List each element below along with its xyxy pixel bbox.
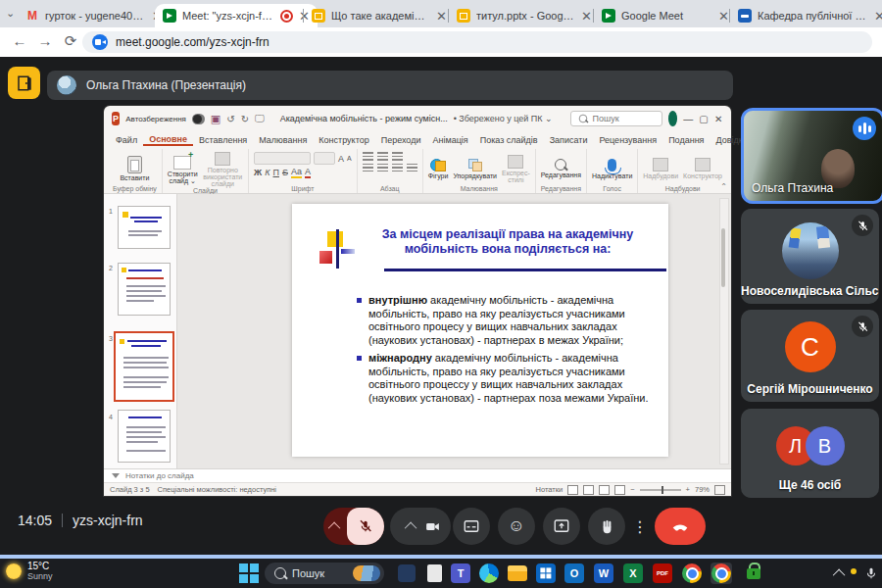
paste-button[interactable]: Вставити (120, 156, 149, 181)
tab-close-icon[interactable]: ✕ (436, 10, 447, 23)
align-center-icon[interactable] (377, 164, 388, 172)
slide-sorter-icon[interactable] (583, 485, 594, 495)
ribbon-tab-view[interactable]: Подання (662, 135, 710, 145)
tab-slides-doc[interactable]: Що таке академічна добр ✕ (304, 4, 455, 27)
ribbon-tab-slideshow[interactable]: Показ слайдів (474, 135, 544, 145)
ribbon-tab-home[interactable]: Основне (143, 134, 193, 146)
slideshow-view-icon[interactable] (614, 485, 625, 495)
ribbon-tab-animations[interactable]: Анімація (426, 135, 473, 145)
bullet-list-icon[interactable] (363, 152, 373, 161)
numbered-list-icon[interactable] (377, 152, 388, 161)
account-avatar[interactable] (668, 111, 677, 126)
slide-thumbnail-2[interactable] (118, 263, 171, 316)
normal-view-icon[interactable] (567, 485, 578, 495)
accessibility-status[interactable]: Спеціальні можливості: недоступні (158, 485, 276, 494)
taskbar-lock-app-icon[interactable] (743, 563, 764, 584)
tray-expand-chevron-icon[interactable] (833, 568, 846, 581)
tray-mic-icon[interactable] (864, 566, 878, 580)
align-right-icon[interactable] (392, 164, 403, 172)
dictate-button[interactable]: Надиктувати (592, 159, 632, 179)
mic-button-muted[interactable] (323, 508, 384, 545)
new-slide-button[interactable]: Створити слайд ⌄ (168, 156, 198, 184)
font-name-box[interactable] (254, 152, 311, 165)
redo-icon[interactable]: ↻ (241, 114, 249, 124)
captions-button[interactable] (453, 508, 490, 545)
arrange-button[interactable]: Упорядкувати (453, 159, 497, 179)
tab-close-icon[interactable]: ✕ (874, 10, 882, 23)
slide-thumbnail-1[interactable] (118, 206, 171, 249)
zoom-slider[interactable] (640, 489, 681, 491)
start-button[interactable] (238, 563, 260, 584)
ribbon-tab-record[interactable]: Записати (544, 135, 594, 145)
save-icon[interactable]: ▣ (211, 113, 220, 125)
current-slide-canvas[interactable]: За місцем реалізації права на академічну… (292, 204, 668, 457)
taskbar-excel-icon[interactable]: X (622, 563, 644, 584)
font-color-icon[interactable]: A (305, 167, 311, 178)
designer-button[interactable]: Конструктор (683, 158, 722, 179)
taskbar-chrome-active-icon[interactable] (710, 563, 732, 584)
tab-close-icon[interactable]: ✕ (718, 10, 729, 23)
weather-widget[interactable]: 15°C Sunny (6, 561, 53, 582)
participant-tile-olga-video[interactable]: Ольга Птахина (741, 108, 882, 204)
address-bar[interactable]: meet.google.com/yzs-xcjn-frn (82, 31, 872, 53)
presentation-tile-bar[interactable]: Ольга Птахина (Презентація) (47, 71, 733, 100)
editor-scrollbar[interactable] (719, 198, 729, 465)
participant-tile-serhii[interactable]: С Сергій Мірошниченко (741, 310, 879, 402)
ribbon-tab-transitions[interactable]: Переходи (375, 135, 427, 145)
taskbar-outlook-icon[interactable]: O (564, 563, 585, 584)
tab-search-chevron-icon[interactable]: ⌄ (6, 7, 15, 20)
mic-options-chevron-icon[interactable] (323, 508, 347, 545)
raise-hand-button[interactable] (588, 508, 625, 545)
tab-meet-active[interactable]: Meet: "yzs-xcjn-frn" ✕ (155, 4, 318, 27)
ribbon-tab-draw[interactable]: Малювання (253, 135, 313, 145)
taskbar-edge-icon[interactable] (478, 563, 500, 584)
reload-icon[interactable]: ⟳ (61, 32, 80, 50)
tab-close-icon[interactable]: ✕ (581, 10, 592, 23)
present-screen-button[interactable] (543, 508, 580, 545)
camera-button[interactable] (390, 508, 451, 545)
underline-icon[interactable]: П (272, 168, 278, 177)
grow-font-icon[interactable]: A (338, 154, 344, 164)
font-size-box[interactable] (314, 152, 335, 165)
taskbar-document-icon[interactable] (423, 563, 445, 584)
quick-styles-button[interactable]: Експрес- стилі (502, 155, 530, 183)
reading-view-icon[interactable] (599, 485, 610, 495)
addins-button[interactable]: Надбудови (643, 158, 678, 179)
ribbon-tab-insert[interactable]: Вставлення (193, 135, 253, 145)
notes-pane[interactable]: Нотатки до слайда (104, 468, 731, 482)
forward-icon[interactable]: → (35, 32, 55, 49)
tab-gmail[interactable]: M гурток - yugene4007@gm ✕ (18, 4, 171, 27)
ribbon-tab-design[interactable]: Конструктор (313, 135, 374, 145)
align-left-icon[interactable] (363, 164, 373, 172)
end-call-button[interactable] (655, 508, 706, 545)
editing-button[interactable]: Редагування (541, 159, 581, 178)
participant-tile-novoselydivska[interactable]: Новоселидівська Сільс… (741, 209, 879, 304)
ribbon-tab-file[interactable]: Файл (110, 135, 143, 145)
undo-icon[interactable]: ↺ (226, 114, 234, 124)
autosave-toggle[interactable] (192, 114, 205, 124)
taskbar-pdf-icon[interactable]: PDF (652, 563, 673, 584)
highlight-icon[interactable]: Aa (291, 167, 302, 178)
italic-icon[interactable]: К (265, 168, 270, 177)
ppt-search-box[interactable]: Пошук (570, 111, 662, 126)
tab-kafedra[interactable]: Кафедра публічної служб ✕ (730, 4, 882, 27)
back-icon[interactable]: ← (10, 32, 29, 49)
maximize-button[interactable]: ▢ (699, 114, 708, 124)
zoom-out-icon[interactable]: − (630, 485, 634, 494)
notes-toggle[interactable]: Нотатки (536, 485, 564, 494)
justify-icon[interactable] (407, 164, 417, 172)
bold-icon[interactable]: Ж (254, 168, 262, 177)
fit-to-window-icon[interactable] (714, 485, 725, 495)
reuse-slides-button[interactable]: Повторно використати слайди (203, 152, 243, 187)
taskbar-word-icon[interactable]: W (593, 563, 614, 584)
ribbon-tab-review[interactable]: Рецензування (593, 135, 662, 145)
taskbar-chrome-icon[interactable] (681, 563, 703, 584)
slide-thumbnail-3-selected[interactable] (114, 331, 174, 402)
more-options-button[interactable]: ⋮ (629, 508, 651, 545)
strikethrough-icon[interactable]: S (282, 168, 288, 177)
taskbar-teams-icon[interactable]: T (450, 563, 471, 584)
taskbar-store-icon[interactable] (535, 563, 557, 584)
collapse-ribbon-icon[interactable]: ⌃ (720, 182, 727, 191)
taskbar-search[interactable]: Пошук (265, 563, 384, 584)
camera-options-chevron-icon[interactable] (401, 508, 424, 545)
